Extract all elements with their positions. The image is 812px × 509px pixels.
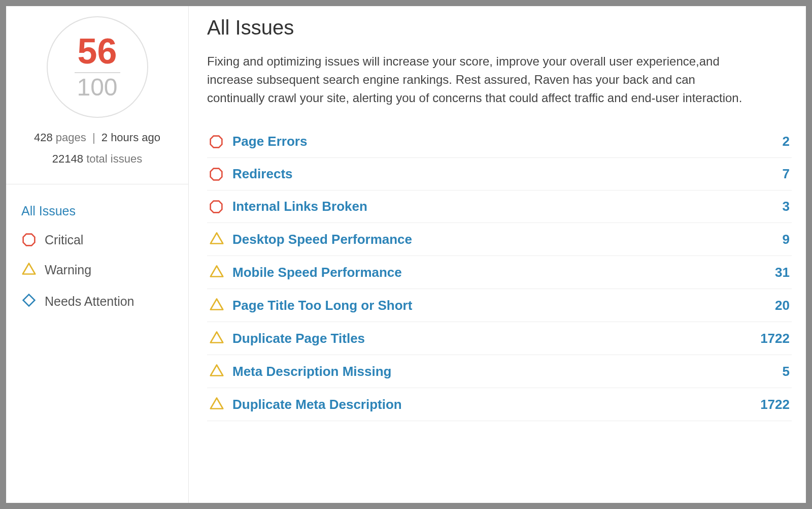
svg-marker-10 [211, 365, 223, 376]
sidebar: 56 100 428 pages | 2 hours ago 22148 tot… [6, 6, 189, 503]
issue-row[interactable]: Duplicate Page Titles1722 [207, 322, 792, 355]
svg-marker-0 [23, 234, 35, 246]
issue-count: 20 [775, 298, 790, 313]
issue-severity-icon [209, 264, 232, 280]
total-issues-count: 22148 [52, 152, 83, 165]
nav-item-label: Warning [45, 263, 173, 277]
svg-marker-1 [23, 263, 36, 274]
pages-count: 428 [34, 131, 53, 144]
issue-severity-icon [209, 231, 232, 247]
attention-icon [22, 293, 36, 310]
nav-item-attention[interactable]: Needs Attention [18, 286, 176, 317]
issue-row[interactable]: Desktop Speed Performance9 [207, 223, 792, 256]
issue-name: Page Title Too Long or Short [232, 298, 775, 313]
pages-label: pages [56, 131, 86, 144]
issue-count: 31 [775, 265, 790, 280]
critical-icon [209, 200, 223, 214]
score-meta-line-2: 22148 total issues [18, 148, 176, 170]
svg-marker-3 [211, 136, 222, 147]
issue-name: Duplicate Page Titles [232, 331, 760, 346]
warning-icon [209, 297, 224, 313]
nav-icon [21, 233, 37, 247]
issue-count: 9 [783, 232, 790, 247]
nav-item-label: Critical [45, 233, 173, 247]
issue-count: 5 [783, 364, 790, 379]
issue-severity-icon [209, 200, 232, 214]
svg-marker-7 [211, 266, 223, 277]
warning-icon [209, 330, 224, 346]
issue-severity-icon [209, 363, 232, 379]
warning-icon [209, 231, 224, 247]
last-crawl: 2 hours ago [101, 131, 160, 144]
critical-icon [209, 167, 223, 181]
svg-marker-8 [211, 299, 223, 310]
nav-item-warning[interactable]: Warning [18, 254, 176, 286]
score-divider [75, 72, 120, 73]
issue-name: Meta Description Missing [232, 364, 783, 379]
issue-name: Redirects [232, 166, 783, 182]
page-description: Fixing and optimizing issues will increa… [207, 52, 755, 107]
score-max: 100 [77, 74, 117, 101]
issue-count: 3 [783, 199, 790, 214]
warning-icon [209, 363, 224, 379]
score-circle: 56 100 [47, 16, 148, 118]
nav-item-all[interactable]: All Issues [18, 197, 176, 226]
score-value: 56 [78, 34, 117, 69]
issue-row[interactable]: Internal Links Broken3 [207, 190, 792, 223]
nav-item-critical[interactable]: Critical [18, 226, 176, 254]
main-content: All Issues Fixing and optimizing issues … [189, 6, 806, 503]
score-meta: 428 pages | 2 hours ago 22148 total issu… [18, 127, 176, 170]
issue-severity-icon [209, 396, 232, 412]
issue-severity-icon [209, 330, 232, 346]
issue-row[interactable]: Page Title Too Long or Short20 [207, 289, 792, 322]
warning-icon [21, 262, 37, 279]
total-issues-label: total issues [86, 152, 142, 165]
app-frame: 56 100 428 pages | 2 hours ago 22148 tot… [6, 6, 806, 503]
page-title: All Issues [207, 16, 792, 39]
issue-count: 2 [783, 134, 790, 149]
nav-item-label: Needs Attention [45, 294, 173, 309]
issue-severity-icon [209, 167, 232, 181]
critical-icon [209, 135, 223, 149]
sidebar-divider [6, 184, 188, 184]
nav-icon [21, 262, 37, 279]
issue-name: Duplicate Meta Description [232, 397, 760, 412]
issue-name: Desktop Speed Performance [232, 232, 783, 247]
issue-name: Mobile Speed Performance [232, 265, 775, 280]
nav-item-label: All Issues [21, 204, 173, 218]
svg-marker-9 [211, 332, 223, 343]
issue-list: Page Errors2Redirects7Internal Links Bro… [207, 125, 792, 421]
issue-row[interactable]: Redirects7 [207, 158, 792, 190]
severity-nav: All IssuesCriticalWarningNeeds Attention [18, 197, 176, 317]
issue-count: 1722 [760, 331, 790, 346]
issue-name: Page Errors [232, 134, 783, 149]
issue-row[interactable]: Page Errors2 [207, 125, 792, 158]
svg-marker-2 [23, 294, 35, 306]
issue-row[interactable]: Duplicate Meta Description1722 [207, 388, 792, 421]
warning-icon [209, 264, 224, 280]
nav-icon [21, 293, 37, 310]
svg-marker-6 [211, 233, 223, 244]
issue-count: 1722 [760, 397, 790, 412]
issue-row[interactable]: Meta Description Missing5 [207, 355, 792, 388]
issue-severity-icon [209, 297, 232, 313]
warning-icon [209, 396, 224, 412]
score-meta-line-1: 428 pages | 2 hours ago [18, 127, 176, 148]
svg-marker-4 [211, 168, 222, 180]
svg-marker-5 [211, 201, 222, 212]
issue-row[interactable]: Mobile Speed Performance31 [207, 256, 792, 289]
meta-separator: | [92, 131, 95, 144]
issue-count: 7 [783, 166, 790, 182]
issue-name: Internal Links Broken [232, 199, 783, 214]
svg-marker-11 [211, 398, 223, 409]
critical-icon [22, 233, 36, 247]
issue-severity-icon [209, 135, 232, 149]
